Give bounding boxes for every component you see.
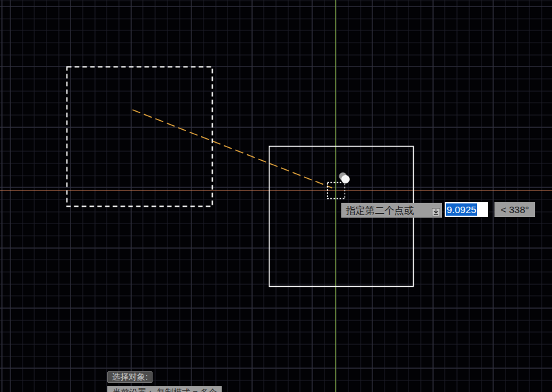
command-current-line[interactable]: 当前设置： 复制模式 = 多个: [107, 386, 222, 392]
geometry-layer: [0, 0, 552, 392]
angle-readout-value: < 338°: [501, 204, 529, 215]
cursor-dot-badge: [341, 175, 350, 183]
selected-source-rectangle[interactable]: [67, 67, 213, 207]
angle-readout-field[interactable]: < 338°: [494, 202, 535, 217]
distance-input-field[interactable]: 9.0925: [445, 202, 488, 217]
command-history-line: 选择对象:: [107, 371, 153, 383]
down-arrow-icon[interactable]: [432, 208, 440, 216]
cad-drawing-canvas[interactable]: 指定第二个点或 9.0925 < 338° 选择对象: 当前设置： 复制模式 =…: [0, 0, 552, 392]
down-arrow-glyph: [433, 209, 439, 215]
dynamic-input-prompt: 指定第二个点或: [341, 203, 442, 218]
distance-input-value: 9.0925: [446, 203, 477, 216]
dynamic-input-prompt-label: 指定第二个点或: [346, 205, 414, 216]
rubber-band-line: [133, 110, 332, 188]
